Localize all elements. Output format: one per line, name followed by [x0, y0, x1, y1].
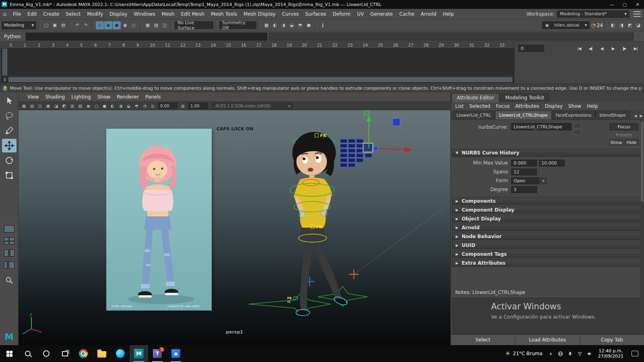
separator[interactable] [605, 21, 607, 30]
menu-deform[interactable]: Deform [329, 9, 354, 19]
ae-menu-help[interactable]: Help [584, 102, 601, 110]
wifi-icon[interactable] [576, 351, 584, 356]
menu-cache[interactable]: Cache [396, 9, 417, 19]
presets-button[interactable]: Presets [609, 132, 638, 138]
cortana-button[interactable] [37, 345, 56, 362]
copy-tab-button[interactable]: Copy Tab [580, 335, 644, 345]
exposure-field[interactable]: 0.00 [158, 103, 178, 109]
node-name-field[interactable]: LlowerLid_CTRLShape [511, 123, 572, 130]
script-editor-icon[interactable] [635, 33, 642, 40]
shelf-icon-[interactable]: ◪ [634, 21, 642, 29]
time-slider[interactable]: 0123456789101112131415161718192021222324… [0, 42, 515, 84]
microphone-icon[interactable] [566, 351, 575, 356]
lasso-tool-button[interactable] [2, 109, 17, 123]
taskbar-app-button[interactable]: ▣ [167, 345, 185, 362]
magnifier-icon[interactable] [3, 275, 16, 286]
min-value-field[interactable]: 0.000 [511, 160, 537, 167]
range-slider[interactable]: 0 [1, 76, 514, 83]
select-tool-button[interactable] [2, 94, 17, 108]
shelf-icon-[interactable]: ◓ [296, 21, 304, 29]
focus-button[interactable]: Focus [609, 123, 638, 130]
menu-windows[interactable]: Windows [130, 9, 159, 19]
playback-button-[interactable]: ▶ [608, 44, 618, 52]
section-node-behavior[interactable]: ▶Node Behavior [452, 232, 643, 240]
section-components[interactable]: ▶Components [452, 197, 643, 205]
workspace-menu-icon[interactable] [634, 11, 641, 17]
tab-attribute-editor[interactable]: Attribute Editor [452, 93, 499, 102]
menu-mesh-tools[interactable]: Mesh Tools [208, 9, 240, 19]
taskbar-teams-button[interactable]: T 1 [148, 345, 167, 362]
viewport-icon-[interactable]: ▣ [44, 102, 52, 109]
playback-button-[interactable]: |◀ [574, 44, 584, 52]
shelf-icon-[interactable]: ▤ [59, 21, 67, 29]
taskbar-weather-widget[interactable]: ☀ 21°C Bruma [501, 345, 547, 362]
paint-select-tool-button[interactable] [2, 124, 17, 138]
layout-two-pane-button[interactable] [3, 248, 16, 258]
hidden-icons-chevron[interactable]: ∧ [547, 351, 555, 356]
home-icon[interactable]: ⌂ [0, 11, 10, 17]
separator[interactable] [38, 21, 40, 30]
volume-icon[interactable] [585, 351, 594, 356]
shelf-icon-[interactable]: ▧ [152, 21, 160, 29]
menu-modify[interactable]: Modify [84, 9, 106, 19]
menu-surfaces[interactable]: Surfaces [302, 9, 329, 19]
separator[interactable] [92, 21, 94, 30]
ae-menu-list[interactable]: List [452, 102, 466, 110]
globe-network-icon[interactable] [556, 351, 565, 356]
section-nurbs-curve-history[interactable]: ▼ NURBS Curve History [452, 149, 643, 157]
degree-field[interactable]: 3 [511, 186, 537, 193]
ae-menu-display[interactable]: Display [542, 102, 566, 110]
shelf-icon-[interactable]: ◈ [104, 21, 112, 29]
menu-select[interactable]: Select [62, 9, 84, 19]
expression-icon[interactable] [574, 130, 581, 135]
view-transform-select[interactable]: ACES 1.0 SDR-video (sRGB) ▾ [213, 103, 293, 109]
playback-button-[interactable]: ▶| [630, 44, 641, 52]
shelf-icon-[interactable]: ◒ [288, 21, 296, 29]
node-tab-blendshape[interactable]: blendShape [595, 111, 630, 119]
pin-node-icon[interactable] [574, 123, 581, 128]
shelf-icon-[interactable]: ◩ [626, 21, 634, 29]
shelf-icon-[interactable]: ◨ [617, 21, 625, 29]
ae-menu-show[interactable]: Show [566, 102, 584, 110]
rotate-tool-button[interactable] [2, 154, 17, 167]
viewport-icon-[interactable]: ▦ [20, 102, 28, 109]
viewport-icon-[interactable]: ▤ [28, 102, 36, 109]
hide-button[interactable]: Hide [625, 139, 638, 146]
section-uuid[interactable]: ▶UUID [452, 241, 643, 249]
viewport-icon-[interactable]: ● [101, 102, 108, 109]
range-thumb[interactable] [8, 77, 512, 82]
separator[interactable] [69, 21, 71, 30]
shelf-icon-[interactable]: ‖ [319, 21, 327, 29]
viewport-icon-[interactable]: ◫ [36, 102, 44, 109]
clock-icon[interactable]: ◔ [591, 22, 595, 28]
viewport-icon-[interactable]: ○ [93, 102, 100, 109]
task-view-button[interactable] [56, 345, 74, 362]
maximize-button[interactable]: ▢ [618, 0, 631, 9]
shelf-icon-[interactable]: ◑ [279, 21, 287, 29]
show-button[interactable]: Show [609, 139, 623, 146]
viewport-icon-[interactable]: ◒ [125, 102, 132, 109]
separator[interactable] [171, 21, 173, 30]
scrollbar[interactable] [640, 120, 644, 334]
viewport-icon-[interactable]: ▧ [76, 102, 84, 109]
ae-menu-attributes[interactable]: Attributes [512, 102, 542, 110]
viewport-menu-shading[interactable]: Shading [42, 93, 68, 101]
move-tool-button[interactable] [2, 139, 17, 152]
menu-mesh-display[interactable]: Mesh Display [240, 9, 279, 19]
menu-arnold[interactable]: Arnold [417, 9, 440, 19]
playhead[interactable] [2, 49, 7, 75]
section-object-display[interactable]: ▶Object Display [452, 215, 643, 222]
menu-create[interactable]: Create [40, 9, 62, 19]
taskbar-file-explorer-button[interactable] [93, 345, 111, 362]
current-frame-field[interactable]: 0 [518, 45, 544, 52]
timeline-track[interactable] [1, 48, 514, 76]
playback-button-[interactable]: ◀ [597, 44, 607, 52]
menu-generate[interactable]: Generate [367, 9, 396, 19]
viewport-icon-[interactable]: ◑ [117, 102, 124, 109]
spans-field[interactable]: 12 [511, 169, 537, 175]
scale-tool-button[interactable] [2, 169, 17, 182]
taskbar-maya-button[interactable]: M [130, 345, 148, 362]
signin-user-select[interactable]: ◉ hilen.abisai ▾ [542, 21, 590, 29]
select-button[interactable]: Select [451, 335, 515, 345]
load-attributes-button[interactable]: Load Attributes [515, 335, 579, 345]
